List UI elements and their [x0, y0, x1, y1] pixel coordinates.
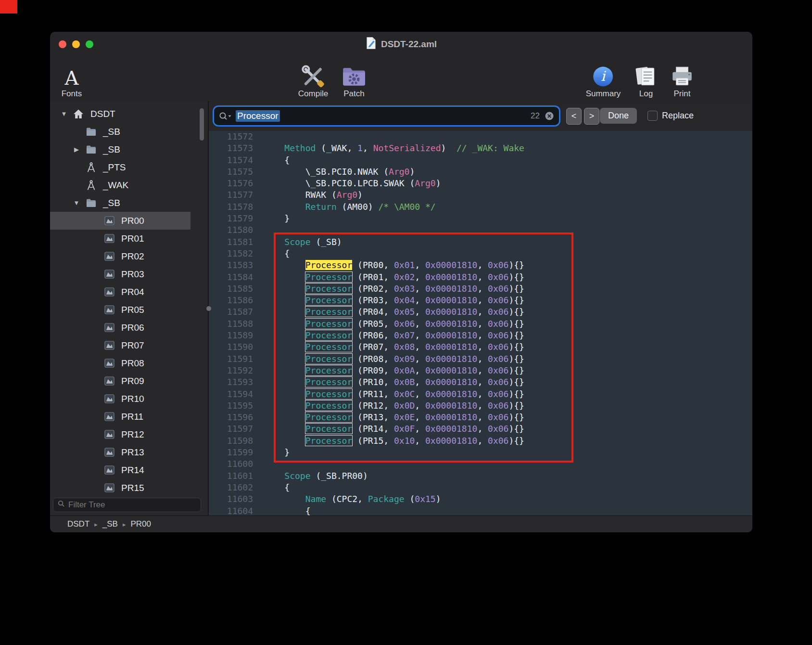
sidebar: ▼DSDT_SB▶_SB_PTS_WAK▼_SBPR00PR01PR02PR03…	[50, 101, 209, 516]
sidebar-item-pr03[interactable]: PR03	[50, 265, 190, 283]
sidebar-item-pr07[interactable]: PR07	[50, 336, 190, 354]
sidebar-item-pr00[interactable]: PR00	[50, 212, 190, 230]
clear-search-icon[interactable]	[545, 111, 554, 121]
code-line: 11601 Scope (_SB.PR00)	[209, 470, 752, 482]
compile-button[interactable]: Compile	[298, 60, 328, 99]
code-line: 11572	[209, 131, 752, 142]
sidebar-item-pr04[interactable]: PR04	[50, 283, 190, 301]
sidebar-item-_sb[interactable]: ▶_SB	[50, 141, 190, 158]
next-match-button[interactable]: >	[584, 108, 599, 125]
code-line: 11594 Processor (PR11, 0x0C, 0x00001810,…	[209, 388, 752, 400]
sidebar-item-label: PR07	[121, 340, 144, 351]
code-line: 11586 Processor (PR03, 0x04, 0x00001810,…	[209, 295, 752, 306]
disclosure-closed-icon[interactable]: ▶	[70, 146, 83, 153]
line-number: 11598	[209, 435, 257, 447]
line-number: 11603	[209, 493, 257, 505]
code-line: 11595 Processor (PR12, 0x0D, 0x00001810,…	[209, 400, 752, 412]
sidebar-item-pr13[interactable]: PR13	[50, 443, 190, 461]
sidebar-scrollbar-thumb[interactable]	[200, 108, 204, 141]
sidebar-item-pr01[interactable]: PR01	[50, 230, 190, 247]
code-line: 11579 }	[209, 213, 752, 224]
sidebar-item-label: PR13	[121, 447, 144, 458]
filter-placeholder: Filter Tree	[68, 500, 105, 510]
sidebar-item-label: _WAK	[103, 180, 128, 191]
line-number: 11599	[209, 447, 257, 458]
sidebar-item-pr08[interactable]: PR08	[50, 354, 190, 372]
search-match: Processor	[305, 436, 353, 446]
line-number: 11602	[209, 482, 257, 493]
toolbar: A Fonts Compile	[50, 57, 752, 102]
sidebar-item-label: PR11	[121, 412, 143, 422]
search-match: Processor	[305, 377, 353, 387]
screen-corner-red-indicator	[0, 0, 17, 13]
log-documents-icon	[634, 60, 658, 89]
sidebar-item-pr14[interactable]: PR14	[50, 461, 190, 479]
sidebar-item-pr10[interactable]: PR10	[50, 390, 190, 408]
code-line: 11589 Processor (PR06, 0x07, 0x00001810,…	[209, 330, 752, 341]
disclosure-open-icon[interactable]: ▼	[70, 199, 83, 206]
patch-folder-gear-icon	[341, 60, 367, 89]
sidebar-item-_pts[interactable]: _PTS	[50, 158, 190, 176]
line-number: 11596	[209, 412, 257, 423]
disclosure-open-icon[interactable]: ▼	[58, 110, 70, 117]
search-match: Processor	[305, 295, 353, 305]
sidebar-item-pr15[interactable]: PR15	[50, 479, 190, 497]
sidebar-item-pr06[interactable]: PR06	[50, 319, 190, 336]
sidebar-item-pr09[interactable]: PR09	[50, 372, 190, 390]
print-button[interactable]: Print	[670, 60, 694, 99]
folder-icon	[83, 144, 99, 155]
code-line: 11575 \_SB.PCI0.NWAK (Arg0)	[209, 166, 752, 178]
print-label: Print	[674, 89, 691, 99]
fonts-label: Fonts	[62, 89, 82, 99]
done-button[interactable]: Done	[600, 108, 637, 124]
sidebar-item-pr11[interactable]: PR11	[50, 408, 190, 426]
sidebar-item-label: PR06	[121, 322, 144, 333]
sidebar-item-label: _SB	[103, 127, 120, 137]
line-number: 11580	[209, 224, 257, 236]
line-number: 11584	[209, 271, 257, 283]
replace-checkbox[interactable]	[647, 111, 658, 121]
sidebar-item-_wak[interactable]: _WAK	[50, 176, 190, 194]
search-input[interactable]: Processor 22	[214, 107, 559, 125]
log-button[interactable]: Log	[634, 60, 658, 99]
code-line: 11596 Processor (PR13, 0x0E, 0x00001810,…	[209, 412, 752, 423]
code-editor[interactable]: 1157211573 Method (_WAK, 1, NotSerialize…	[209, 131, 752, 516]
sidebar-item-label: PR09	[121, 376, 144, 387]
sidebar-item-pr02[interactable]: PR02	[50, 247, 190, 265]
line-number: 11592	[209, 365, 257, 376]
line-number: 11591	[209, 353, 257, 365]
sidebar-item-label: PR05	[121, 305, 144, 315]
breadcrumb-item[interactable]: PR00	[130, 519, 151, 529]
code-line: 11574 {	[209, 155, 752, 166]
sidebar-item-pr05[interactable]: PR05	[50, 301, 190, 319]
method-icon	[83, 162, 99, 173]
search-match-count: 22	[531, 111, 540, 121]
previous-match-button[interactable]: <	[566, 108, 582, 125]
breadcrumb-item[interactable]: DSDT	[67, 519, 89, 529]
summary-button[interactable]: i Summary	[586, 60, 621, 99]
line-number: 11601	[209, 470, 257, 482]
sidebar-item-pr12[interactable]: PR12	[50, 426, 190, 443]
filter-search-icon	[58, 500, 65, 510]
code-line: 11584 Processor (PR01, 0x02, 0x00001810,…	[209, 271, 752, 283]
sidebar-item-label: _PTS	[103, 162, 126, 173]
printer-icon	[670, 60, 694, 89]
filter-tree-input[interactable]: Filter Tree	[53, 498, 201, 512]
info-icon: i	[592, 60, 614, 89]
sidebar-item-label: PR12	[121, 429, 144, 440]
code-line: 11600	[209, 458, 752, 470]
sidebar-item-label: PR02	[121, 251, 144, 262]
patch-button[interactable]: Patch	[341, 60, 367, 99]
sidebar-item-_sb[interactable]: ▼_SB	[50, 194, 190, 212]
splitter-handle[interactable]	[206, 306, 211, 311]
line-number: 11600	[209, 458, 257, 470]
sidebar-item-label: PR03	[121, 269, 144, 280]
folder-icon	[83, 198, 99, 208]
sidebar-item-dsdt[interactable]: ▼DSDT	[50, 105, 190, 123]
scope-icon	[101, 322, 117, 333]
code-line: 11590 Processor (PR07, 0x08, 0x00001810,…	[209, 341, 752, 353]
search-icon	[219, 112, 232, 120]
breadcrumb-item[interactable]: _SB	[102, 519, 118, 529]
sidebar-item-_sb[interactable]: _SB	[50, 123, 190, 141]
fonts-button[interactable]: A Fonts	[62, 60, 82, 99]
